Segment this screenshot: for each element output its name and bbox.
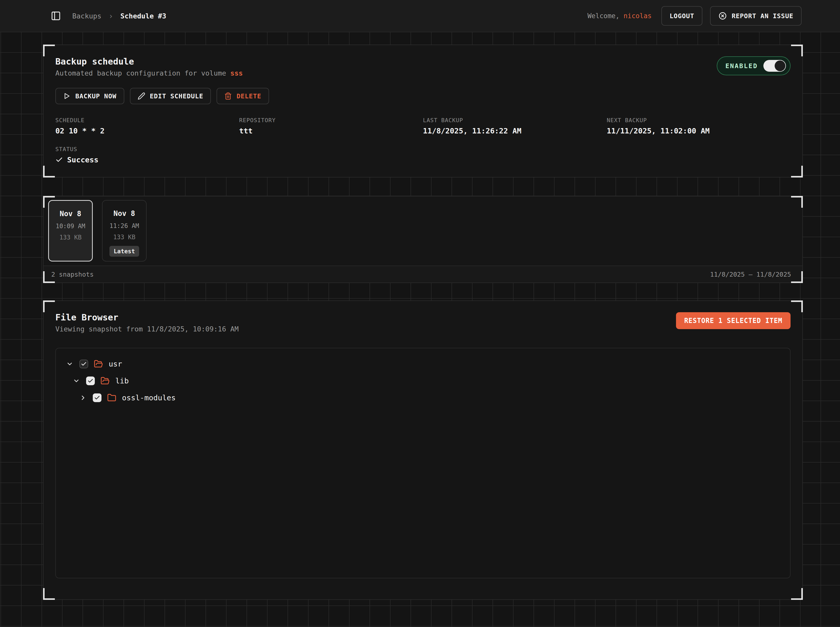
- enabled-toggle[interactable]: ENABLED: [717, 56, 791, 75]
- file-browser-subtitle: Viewing snapshot from 11/8/2025, 10:09:1…: [55, 325, 238, 333]
- toggle-switch[interactable]: [763, 60, 786, 72]
- snapshot-timeline: Nov 8 10:09 AM 133 KB Nov 8 11:26 AM 133…: [44, 197, 802, 266]
- breadcrumb-separator: ›: [109, 11, 113, 20]
- welcome-text: Welcome, nicolas: [587, 12, 651, 20]
- snapshot-size: 133 KB: [113, 233, 136, 241]
- file-browser-title: File Browser: [55, 312, 238, 323]
- report-issue-button[interactable]: REPORT AN ISSUE: [710, 6, 802, 25]
- detail-label: LAST BACKUP: [423, 117, 607, 123]
- logout-button[interactable]: LOGOUT: [662, 6, 703, 25]
- check-icon: [55, 156, 63, 164]
- detail-next-backup: NEXT BACKUP 11/11/2025, 11:02:00 AM: [607, 117, 791, 135]
- detail-value: 11/8/2025, 11:26:22 AM: [423, 126, 607, 135]
- panel-left-icon: [51, 11, 61, 21]
- tree-row-ossl-modules[interactable]: ossl-modules: [62, 389, 784, 406]
- file-browser-panel: File Browser Viewing snapshot from 11/8/…: [43, 301, 803, 600]
- file-tree: usr lib: [55, 348, 791, 578]
- chevron-down-icon[interactable]: [71, 376, 82, 386]
- topbar: Backups › Schedule #3 Welcome, nicolas L…: [0, 0, 840, 32]
- sidebar-toggle-button[interactable]: [49, 9, 63, 23]
- detail-label: SCHEDULE: [55, 117, 239, 123]
- edit-schedule-button[interactable]: EDIT SCHEDULE: [130, 88, 211, 104]
- logout-button-label: LOGOUT: [669, 12, 694, 20]
- report-issue-label: REPORT AN ISSUE: [732, 12, 793, 20]
- snapshot-time: 10:09 AM: [55, 222, 85, 230]
- corner-bracket: [43, 196, 55, 208]
- snapshots-footer: 2 snapshots 11/8/2025 – 11/8/2025: [44, 266, 802, 282]
- restore-selected-button[interactable]: RESTORE 1 SELECTED ITEM: [676, 312, 791, 329]
- detail-label: STATUS: [55, 146, 239, 153]
- snapshot-date-range: 11/8/2025 – 11/8/2025: [710, 271, 791, 278]
- volume-name: sss: [231, 69, 243, 77]
- checkbox-lib[interactable]: [86, 377, 95, 385]
- corner-bracket: [791, 271, 803, 283]
- backup-schedule-panel: Backup schedule Automated backup configu…: [43, 44, 803, 178]
- snapshot-count: 2 snapshots: [51, 271, 94, 278]
- corner-bracket: [791, 166, 803, 178]
- detail-value: 11/11/2025, 11:02:00 AM: [607, 126, 791, 135]
- detail-label: NEXT BACKUP: [607, 117, 791, 123]
- edit-schedule-label: EDIT SCHEDULE: [150, 93, 204, 100]
- detail-schedule: SCHEDULE 02 10 * * 2: [55, 117, 239, 135]
- delete-button[interactable]: DELETE: [216, 88, 269, 104]
- tree-item-label: usr: [109, 359, 122, 368]
- tree-item-label: lib: [115, 377, 129, 385]
- corner-bracket: [791, 44, 803, 56]
- status-badge: Success: [67, 156, 98, 164]
- latest-badge: Latest: [109, 246, 139, 257]
- circle-x-icon: [718, 11, 727, 20]
- snapshot-size: 133 KB: [60, 234, 82, 241]
- checkbox-ossl-modules[interactable]: [93, 394, 101, 402]
- snapshots-panel: Nov 8 10:09 AM 133 KB Nov 8 11:26 AM 133…: [43, 196, 803, 283]
- corner-bracket: [791, 588, 803, 600]
- breadcrumb-current-page: Schedule #3: [120, 12, 166, 20]
- folder-open-icon: [101, 376, 110, 386]
- delete-label: DELETE: [237, 93, 261, 100]
- snapshot-card-latest[interactable]: Nov 8 11:26 AM 133 KB Latest: [102, 200, 147, 262]
- backup-now-label: BACKUP NOW: [75, 93, 117, 100]
- detail-value: 02 10 * * 2: [55, 126, 239, 135]
- detail-repository: REPOSITORY ttt: [239, 117, 423, 135]
- trash-icon: [224, 92, 232, 100]
- corner-bracket: [43, 271, 55, 283]
- checkbox-usr[interactable]: [79, 359, 88, 368]
- backup-schedule-subtitle: Automated backup configuration for volum…: [55, 69, 243, 77]
- corner-bracket: [43, 301, 55, 312]
- detail-value: ttt: [239, 126, 423, 135]
- snapshot-time: 11:26 AM: [109, 222, 139, 230]
- corner-bracket: [43, 166, 55, 178]
- snapshot-date: Nov 8: [60, 210, 81, 218]
- snapshot-date: Nov 8: [114, 209, 135, 218]
- folder-open-icon: [94, 359, 103, 369]
- detail-last-backup: LAST BACKUP 11/8/2025, 11:26:22 AM: [423, 117, 607, 135]
- detail-status: STATUS Success: [55, 146, 239, 164]
- corner-bracket: [791, 301, 803, 312]
- tree-row-usr[interactable]: usr: [62, 356, 784, 372]
- toggle-knob: [775, 60, 785, 71]
- chevron-right-icon[interactable]: [78, 393, 88, 403]
- play-icon: [63, 92, 71, 100]
- backup-now-button[interactable]: BACKUP NOW: [55, 88, 124, 104]
- detail-label: REPOSITORY: [239, 117, 423, 123]
- tree-row-lib[interactable]: lib: [62, 372, 784, 389]
- breadcrumb-backups[interactable]: Backups: [72, 12, 101, 20]
- username: nicolas: [624, 12, 652, 20]
- snapshot-card-selected[interactable]: Nov 8 10:09 AM 133 KB: [48, 200, 93, 262]
- corner-bracket: [791, 196, 803, 208]
- chevron-down-icon[interactable]: [65, 359, 75, 369]
- tree-item-label: ossl-modules: [122, 394, 176, 402]
- folder-closed-icon: [107, 393, 116, 402]
- enabled-toggle-label: ENABLED: [725, 62, 758, 70]
- corner-bracket: [43, 44, 55, 56]
- breadcrumb: Backups › Schedule #3: [72, 11, 166, 20]
- backup-schedule-title: Backup schedule: [55, 56, 243, 66]
- corner-bracket: [43, 588, 55, 600]
- pencil-icon: [137, 92, 145, 100]
